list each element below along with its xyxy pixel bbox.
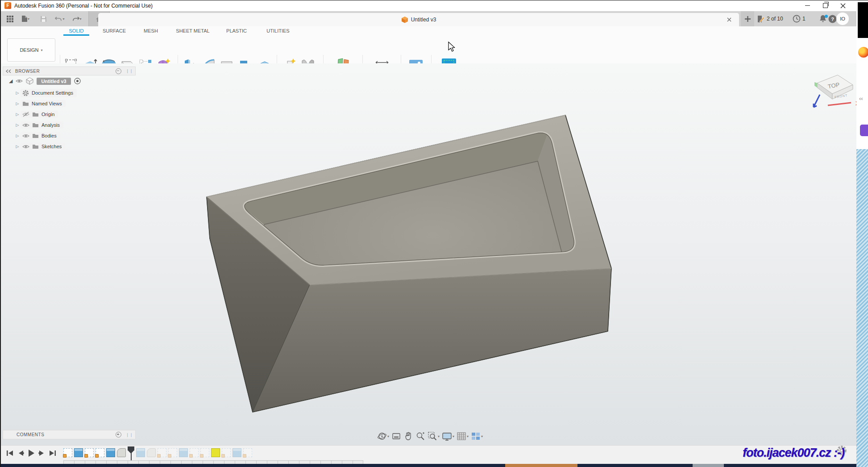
workspace-selector[interactable]: DESIGN ▾ [7, 38, 55, 62]
eye-off-icon[interactable] [22, 112, 29, 117]
eye-icon[interactable] [22, 123, 29, 128]
panel-grip[interactable]: ❘❘ [126, 69, 133, 73]
timeline-feature-sketch-faded[interactable] [158, 448, 166, 457]
expand-icon[interactable]: ▷ [14, 144, 21, 149]
tab-sheet-metal[interactable]: SHEET METAL [171, 26, 214, 36]
expand-icon[interactable]: ▷ [14, 91, 21, 95]
timeline-feature-sketch-faded[interactable] [243, 448, 252, 457]
new-tab-button[interactable] [741, 11, 754, 26]
timeline-feature-sketch[interactable] [96, 448, 104, 457]
collapse-panel-icon[interactable] [5, 69, 12, 73]
go-to-start-button[interactable] [6, 450, 14, 457]
taskbar-edge [1, 464, 868, 467]
tab-utilities[interactable]: UTILITIES [262, 26, 294, 36]
view-cube[interactable]: TOP FRONT X [806, 70, 862, 114]
notifications-button[interactable] [818, 11, 827, 26]
browser-item-analysis[interactable]: ▷ Analysis [14, 120, 63, 130]
gear-icon [22, 90, 29, 96]
timeline-feature-sketch-faded[interactable] [190, 448, 199, 457]
eye-icon[interactable] [22, 144, 29, 149]
timeline-feature-extrude-faded[interactable] [179, 448, 188, 457]
avatar[interactable]: IO [836, 13, 849, 25]
restore-button[interactable] [818, 0, 832, 11]
display-settings-button[interactable]: ▾ [442, 431, 454, 441]
model-3d-tray[interactable] [197, 105, 621, 418]
timeline-feature-sketch-faded[interactable] [168, 448, 177, 457]
expand-icon[interactable]: ▷ [14, 101, 21, 106]
caret-down-icon: ▾ [438, 434, 440, 438]
browser-item-bodies[interactable]: ▷ Bodies [14, 131, 60, 141]
browser-item-named-views[interactable]: ▷ Named Views [14, 99, 66, 108]
grid-settings-button[interactable]: ▾ [457, 431, 469, 441]
browser-item-sketches[interactable]: ▷ Sketches [14, 142, 65, 151]
zoom-window-button[interactable]: ▾ [428, 431, 440, 441]
browser-item-label[interactable]: Named Views [32, 101, 62, 106]
viewport-canvas[interactable]: TOP FRONT X BROWSER ❘❘ ◢ Untitled v3 ▷ D… [1, 63, 856, 445]
eye-icon[interactable] [16, 79, 23, 83]
add-comment-icon[interactable] [116, 432, 121, 438]
tab-close-button[interactable] [726, 16, 733, 23]
save-button[interactable] [37, 11, 49, 26]
timeline-feature-sketch[interactable] [85, 448, 94, 457]
purple-app-icon[interactable] [860, 125, 868, 136]
browser-item-label[interactable]: Analysis [42, 122, 60, 128]
root-component-label[interactable]: Untitled v3 [37, 78, 71, 85]
tab-surface[interactable]: SURFACE [96, 26, 132, 36]
eye-icon[interactable] [22, 133, 29, 138]
timeline-feature-sketch-faded[interactable] [222, 448, 231, 457]
clock-icon [793, 15, 801, 23]
zoom-button[interactable] [415, 431, 425, 441]
browser-item-label[interactable]: Document Settings [32, 90, 73, 96]
timeline-feature-sketch-selected[interactable] [211, 448, 220, 457]
tab-mesh[interactable]: MESH [139, 26, 162, 36]
go-to-end-button[interactable] [49, 450, 56, 457]
timeline-feature-playhead[interactable] [128, 448, 134, 457]
expand-icon[interactable]: ▷ [14, 133, 21, 138]
timeline-feature-extrude[interactable] [74, 448, 83, 457]
close-button[interactable] [836, 0, 850, 11]
timeline-feature-fillet[interactable] [117, 448, 126, 457]
timeline-feature-fillet-faded[interactable] [147, 448, 156, 457]
svg-text:?: ? [831, 16, 834, 21]
firefox-icon[interactable] [858, 47, 868, 58]
browser-item-document-settings[interactable]: ▷ Document Settings [14, 88, 77, 98]
timeline-feature-extrude-faded[interactable] [136, 448, 145, 457]
expanded-arrow-icon[interactable]: ◢ [9, 78, 12, 84]
browser-item-label[interactable]: Bodies [42, 133, 57, 138]
activate-radio-icon[interactable] [74, 78, 81, 84]
pan-button[interactable] [403, 431, 413, 441]
timeline-features[interactable] [63, 448, 252, 457]
timeline-feature-sketch-faded[interactable] [200, 448, 209, 457]
close-icon [840, 3, 846, 8]
orbit-button[interactable]: ▾ [377, 431, 389, 441]
browser-item-label[interactable]: Origin [42, 112, 54, 117]
file-menu-button[interactable]: ▾ [19, 11, 32, 26]
timeline-feature-extrude[interactable] [106, 448, 115, 457]
app-grid-button[interactable] [4, 11, 16, 26]
browser-item-origin[interactable]: ▷ Origin [14, 109, 58, 119]
timeline-feature-extrude-faded[interactable] [233, 448, 241, 457]
panel-grip[interactable]: ❘❘ [126, 433, 133, 437]
tab-plastic[interactable]: PLASTIC [222, 26, 251, 36]
document-tab[interactable]: Untitled v3 [98, 13, 739, 26]
help-button[interactable]: ? [828, 11, 837, 26]
browser-root-component[interactable]: ◢ Untitled v3 [9, 77, 81, 85]
job-status-button[interactable]: 2 of 10 [757, 11, 783, 26]
timeline-feature-sketch[interactable] [63, 448, 72, 457]
collapse-all-icon[interactable] [116, 68, 121, 74]
viewports-button[interactable]: ▾ [471, 431, 483, 441]
play-button[interactable] [28, 449, 35, 457]
browser-item-label[interactable]: Sketches [42, 144, 62, 149]
comments-panel-header[interactable]: COMMENTS ❘❘ [3, 430, 136, 439]
minimize-button[interactable] [801, 0, 814, 11]
step-forward-button[interactable] [38, 450, 45, 457]
redo-button[interactable]: ▾ [69, 11, 85, 26]
history-button[interactable]: 1 [793, 11, 806, 26]
browser-panel-header[interactable]: BROWSER ❘❘ [3, 67, 136, 75]
expand-icon[interactable]: ▷ [14, 123, 21, 127]
step-back-button[interactable] [17, 450, 24, 457]
look-at-button[interactable] [391, 431, 401, 441]
browser-panel-title: BROWSER [15, 69, 40, 74]
undo-button[interactable]: ▾ [52, 11, 68, 26]
expand-icon[interactable]: ▷ [14, 112, 21, 117]
